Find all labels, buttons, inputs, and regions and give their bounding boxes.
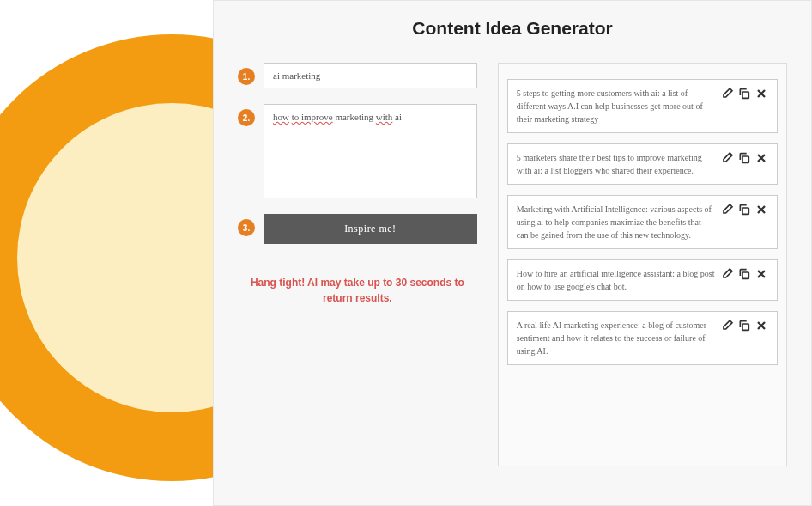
- edit-icon[interactable]: [720, 319, 734, 332]
- result-card: 5 steps to getting more customers with a…: [507, 79, 778, 133]
- columns: 1. 2. how to improve marketing with ai 3…: [238, 63, 787, 466]
- step-2-badge: 2.: [238, 109, 255, 126]
- svg-rect-0: [742, 92, 748, 98]
- result-card: A real life AI marketing experience: a b…: [507, 311, 778, 365]
- step-3-badge: 3.: [238, 219, 255, 236]
- result-card: 5 marketers share their best tips to imp…: [507, 143, 778, 185]
- svg-rect-4: [742, 324, 748, 330]
- result-actions: [720, 203, 768, 216]
- result-text: A real life AI marketing experience: a b…: [517, 319, 715, 357]
- copy-icon[interactable]: [737, 203, 751, 216]
- status-message: Hang tight! AI may take up to 30 seconds…: [238, 275, 477, 306]
- result-actions: [720, 151, 768, 165]
- step-1-row: 1.: [238, 63, 477, 88]
- close-icon[interactable]: [754, 319, 768, 332]
- description-input[interactable]: how to improve marketing with ai: [264, 104, 477, 198]
- result-actions: [720, 267, 768, 281]
- page-title: Content Idea Generator: [238, 18, 787, 39]
- svg-rect-1: [742, 156, 748, 162]
- close-icon[interactable]: [754, 203, 768, 216]
- topic-input[interactable]: [264, 63, 477, 88]
- edit-icon[interactable]: [720, 267, 734, 281]
- edit-icon[interactable]: [720, 151, 734, 165]
- copy-icon[interactable]: [737, 267, 751, 281]
- close-icon[interactable]: [754, 87, 768, 101]
- copy-icon[interactable]: [737, 151, 751, 165]
- svg-rect-3: [742, 272, 748, 278]
- generator-panel: Content Idea Generator 1. 2. how to impr…: [213, 0, 812, 506]
- result-actions: [720, 87, 768, 101]
- result-card: How to hire an artificial intelligence a…: [507, 259, 778, 301]
- step-2-row: 2. how to improve marketing with ai: [238, 104, 477, 198]
- result-text: How to hire an artificial intelligence a…: [517, 267, 715, 293]
- result-text: 5 steps to getting more customers with a…: [517, 87, 715, 125]
- result-text: Marketing with Artificial Intelligence: …: [517, 203, 715, 241]
- close-icon[interactable]: [754, 151, 768, 165]
- result-card: Marketing with Artificial Intelligence: …: [507, 195, 778, 249]
- copy-icon[interactable]: [737, 319, 751, 332]
- edit-icon[interactable]: [720, 203, 734, 216]
- close-icon[interactable]: [754, 267, 768, 281]
- left-column: 1. 2. how to improve marketing with ai 3…: [238, 63, 477, 466]
- results-column: 5 steps to getting more customers with a…: [498, 63, 787, 466]
- result-actions: [720, 319, 768, 332]
- edit-icon[interactable]: [720, 87, 734, 101]
- svg-rect-2: [742, 208, 748, 214]
- result-text: 5 marketers share their best tips to imp…: [517, 151, 715, 177]
- copy-icon[interactable]: [737, 87, 751, 101]
- step-1-badge: 1.: [238, 68, 255, 85]
- step-3-row: 3. Inspire me!: [238, 214, 477, 244]
- inspire-button[interactable]: Inspire me!: [264, 214, 477, 244]
